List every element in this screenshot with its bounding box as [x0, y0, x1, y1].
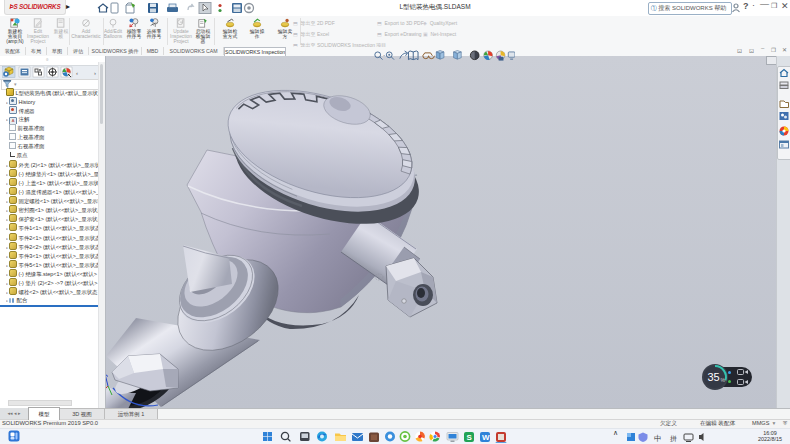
svg-text:中: 中 — [654, 433, 662, 442]
svg-text:▪: ▪ — [383, 53, 385, 57]
svg-text:‹: ‹ — [76, 70, 78, 76]
svg-text:W: W — [482, 433, 490, 442]
svg-text:S: S — [467, 433, 473, 442]
svg-text:拼: 拼 — [670, 434, 677, 441]
svg-text:%: % — [721, 377, 726, 383]
svg-text:35: 35 — [708, 371, 720, 383]
svg-text:›: › — [94, 70, 96, 76]
